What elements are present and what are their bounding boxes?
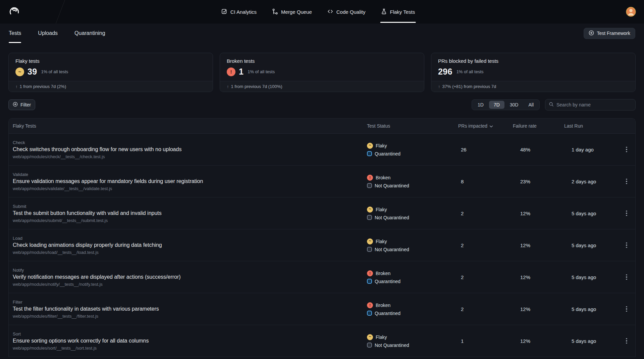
row-menu-button[interactable] bbox=[624, 304, 629, 314]
app-logo[interactable] bbox=[8, 5, 21, 19]
quarantine-status-label: Not Quarantined bbox=[375, 215, 409, 220]
range-all[interactable]: All bbox=[524, 101, 538, 109]
search-icon bbox=[549, 102, 554, 108]
table-row[interactable]: Load Check loading animations display pr… bbox=[9, 229, 635, 261]
column-prs-impacted[interactable]: PRs impacted bbox=[458, 123, 513, 129]
table-row[interactable]: Validate Ensure validation messages appe… bbox=[9, 166, 635, 197]
stat-value: 296 bbox=[438, 67, 452, 77]
stat-trend: 1 from previous 7d (100%) bbox=[231, 84, 282, 89]
search-input[interactable] bbox=[556, 102, 632, 107]
stat-card-broken-tests: Broken tests ! 1 1% of all tests ↑ 1 fro… bbox=[220, 53, 424, 92]
test-status-icon bbox=[367, 143, 373, 149]
column-label: PRs impacted bbox=[458, 123, 487, 129]
range-30d[interactable]: 30D bbox=[505, 101, 523, 109]
flaky-circle-icon: ~ bbox=[15, 68, 24, 76]
test-status-icon bbox=[367, 175, 373, 181]
stat-trend: 1 from previous 7d (2%) bbox=[20, 84, 66, 89]
last-run-value: 5 days ago bbox=[564, 338, 618, 344]
test-status-label: Flaky bbox=[376, 239, 387, 244]
column-failure-rate: Failure rate bbox=[513, 123, 564, 129]
row-menu-button[interactable] bbox=[624, 145, 629, 154]
nav-item-ci-analytics[interactable]: CI Analytics bbox=[221, 0, 257, 24]
failure-rate-value: 48% bbox=[513, 147, 564, 152]
nav-item-merge-queue[interactable]: Merge Queue bbox=[272, 0, 312, 24]
tab-tests[interactable]: Tests bbox=[9, 24, 21, 43]
search-box bbox=[545, 99, 636, 110]
prs-impacted-value: 2 bbox=[458, 211, 513, 216]
table-row[interactable]: Submit Test the submit button functional… bbox=[9, 197, 635, 229]
test-status-label: Broken bbox=[376, 303, 390, 308]
test-status-icon bbox=[367, 334, 373, 340]
column-last-run: Last Run bbox=[564, 123, 618, 129]
test-file-path: web/app/modules/validate/__tests__/valid… bbox=[13, 186, 363, 191]
broken-circle-icon: ! bbox=[227, 68, 235, 76]
failure-rate-value: 12% bbox=[513, 242, 564, 248]
main-content: Flaky tests ~ 39 1% of all tests ↑ 1 fro… bbox=[0, 53, 644, 357]
table-row[interactable]: Notify Verify notification messages are … bbox=[9, 261, 635, 293]
stat-percentage: 1% of all tests bbox=[41, 69, 68, 74]
prs-impacted-value: 2 bbox=[458, 306, 513, 312]
stat-title: PRs blocked by failed tests bbox=[438, 58, 629, 64]
last-run-value: 5 days ago bbox=[564, 274, 618, 280]
stat-card-flaky-tests: Flaky tests ~ 39 1% of all tests ↑ 1 fro… bbox=[8, 53, 213, 92]
stat-title: Broken tests bbox=[227, 58, 417, 64]
test-status-label: Flaky bbox=[376, 207, 387, 212]
nav-item-code-quality[interactable]: Code Quality bbox=[327, 0, 366, 24]
range-1d[interactable]: 1D bbox=[473, 101, 488, 109]
test-group: Notify bbox=[13, 268, 363, 273]
row-menu-button[interactable] bbox=[624, 336, 629, 346]
row-menu-button[interactable] bbox=[624, 240, 629, 250]
test-title: Check loading animations display properl… bbox=[13, 242, 363, 248]
test-file-path: web/app/modules/filter/__tests__/filter.… bbox=[13, 314, 363, 319]
test-title: Ensure sorting options work correctly fo… bbox=[13, 338, 363, 344]
nav-label: Flaky Tests bbox=[390, 9, 415, 15]
prs-impacted-value: 2 bbox=[458, 242, 513, 248]
test-status-label: Flaky bbox=[376, 334, 387, 340]
test-title: Check switches through onboarding flow f… bbox=[13, 146, 363, 152]
quarantine-status-icon bbox=[367, 215, 372, 220]
quarantine-status-label: Quarantined bbox=[375, 279, 400, 284]
column-test-status: Test Status bbox=[367, 123, 458, 129]
prs-impacted-value: 1 bbox=[458, 338, 513, 344]
filter-button[interactable]: Filter bbox=[8, 99, 35, 110]
quarantine-status-icon bbox=[367, 279, 372, 284]
tab-quarantining[interactable]: Quarantining bbox=[74, 24, 105, 43]
table-header: Flaky Tests Test Status PRs impacted Fai… bbox=[9, 119, 635, 134]
chevron-down-icon bbox=[489, 123, 493, 129]
test-file-path: web/app/modules/check/__tests__/check.te… bbox=[13, 154, 363, 159]
stat-trend: 37% (+81) from previous 7d bbox=[442, 84, 496, 89]
row-menu-button[interactable] bbox=[624, 272, 629, 282]
arrow-up-icon: ↑ bbox=[227, 84, 229, 89]
stat-value: 1 bbox=[239, 67, 244, 77]
column-flaky-tests: Flaky Tests bbox=[9, 123, 367, 129]
test-title: Test the submit button functionality wit… bbox=[13, 210, 363, 216]
filter-row: Filter 1D 7D 30D All bbox=[8, 99, 636, 110]
row-menu-button[interactable] bbox=[624, 209, 629, 218]
test-file-path: web/app/modules/submit/__tests__/submit.… bbox=[13, 218, 363, 223]
quarantine-status-label: Not Quarantined bbox=[375, 183, 409, 188]
table-row[interactable]: Sort Ensure sorting options work correct… bbox=[9, 325, 635, 357]
table-row[interactable]: Check Check switches through onboarding … bbox=[9, 134, 635, 166]
test-framework-button[interactable]: Test Framework bbox=[584, 28, 635, 39]
quarantine-status-icon bbox=[367, 183, 372, 188]
tab-uploads[interactable]: Uploads bbox=[38, 24, 58, 43]
row-menu-button[interactable] bbox=[624, 177, 629, 186]
nav-label: Merge Queue bbox=[281, 9, 312, 15]
stat-percentage: 1% of all tests bbox=[457, 69, 484, 74]
range-7d[interactable]: 7D bbox=[489, 101, 504, 109]
filter-label: Filter bbox=[20, 102, 31, 107]
user-avatar[interactable] bbox=[626, 7, 636, 17]
last-run-value: 2 days ago bbox=[564, 179, 618, 184]
table-body: Check Check switches through onboarding … bbox=[9, 134, 635, 357]
test-group: Submit bbox=[13, 204, 363, 209]
plus-circle-icon bbox=[589, 30, 594, 37]
nav-item-flaky-tests[interactable]: Flaky Tests bbox=[381, 0, 415, 24]
failure-rate-value: 12% bbox=[513, 274, 564, 280]
test-file-path: web/app/modules/notify/__tests__/notify.… bbox=[13, 282, 363, 287]
last-run-value: 1 day ago bbox=[564, 147, 618, 152]
test-group: Check bbox=[13, 140, 363, 145]
stat-cards: Flaky tests ~ 39 1% of all tests ↑ 1 fro… bbox=[8, 53, 636, 92]
nav-label: Code Quality bbox=[336, 9, 366, 15]
table-row[interactable]: Filter Test the filter functionality in … bbox=[9, 293, 635, 325]
stat-card-prs-blocked: PRs blocked by failed tests 296 1% of al… bbox=[431, 53, 636, 92]
